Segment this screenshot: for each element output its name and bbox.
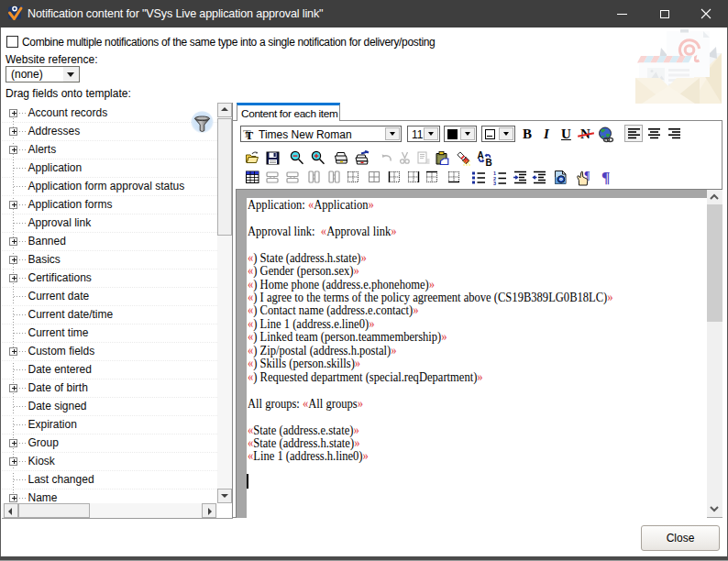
- svg-text:A: A: [478, 150, 484, 160]
- svg-text:¶: ¶: [601, 170, 610, 186]
- svg-text:B: B: [486, 157, 492, 167]
- svg-text:3: 3: [493, 181, 496, 186]
